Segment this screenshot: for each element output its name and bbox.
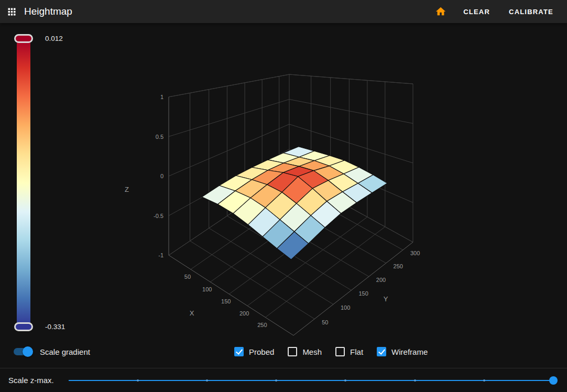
mesh-label: Mesh bbox=[302, 347, 322, 356]
svg-text:Y: Y bbox=[384, 295, 388, 303]
home-button[interactable] bbox=[430, 3, 452, 20]
svg-text:250: 250 bbox=[394, 263, 403, 269]
display-options: Probed Mesh Flat Wireframe bbox=[234, 344, 428, 359]
flat-checkbox-box[interactable] bbox=[335, 347, 345, 356]
probed-checkbox-box[interactable] bbox=[234, 347, 244, 356]
checkbox-wireframe[interactable]: Wireframe bbox=[377, 347, 428, 356]
svg-text:0: 0 bbox=[160, 173, 163, 179]
footer-bar: Scale z-max. bbox=[0, 368, 567, 392]
header-left: Heightmap bbox=[6, 6, 72, 17]
toggle-knob[interactable] bbox=[23, 346, 33, 357]
gradient-max-value: 0.012 bbox=[45, 35, 63, 42]
probed-label: Probed bbox=[249, 347, 274, 356]
svg-text:-0.5: -0.5 bbox=[154, 213, 163, 219]
clear-button[interactable]: CLEAR bbox=[456, 3, 497, 20]
mesh-checkbox-box[interactable] bbox=[288, 347, 297, 356]
svg-text:250: 250 bbox=[257, 322, 267, 328]
scale-gradient-toggle[interactable]: Scale gradient bbox=[14, 344, 90, 359]
gradient-colorbar[interactable] bbox=[17, 39, 30, 327]
heightmap-3d-plot[interactable]: 10.50-0.5-150100150200250501001502002503… bbox=[94, 58, 440, 356]
scale-zmax-label: Scale z-max. bbox=[8, 376, 54, 385]
scale-zmax-slider[interactable] bbox=[69, 380, 553, 381]
svg-text:150: 150 bbox=[358, 290, 368, 297]
svg-text:300: 300 bbox=[410, 250, 420, 256]
header-actions: CLEAR CALIBRATE bbox=[430, 3, 561, 20]
svg-text:0.5: 0.5 bbox=[156, 134, 163, 140]
gradient-min-handle[interactable] bbox=[14, 322, 33, 331]
slider-tick bbox=[414, 379, 416, 382]
svg-text:200: 200 bbox=[376, 277, 386, 283]
slider-thumb[interactable] bbox=[549, 376, 558, 385]
svg-text:100: 100 bbox=[202, 286, 212, 292]
flat-label: Flat bbox=[350, 347, 363, 356]
app-header: Heightmap CLEAR CALIBRATE bbox=[0, 0, 567, 23]
wireframe-label: Wireframe bbox=[391, 347, 428, 356]
svg-text:X: X bbox=[190, 309, 194, 317]
slider-tick bbox=[275, 379, 277, 382]
checkbox-flat[interactable]: Flat bbox=[335, 347, 363, 356]
svg-text:-1: -1 bbox=[158, 252, 163, 258]
svg-text:50: 50 bbox=[184, 274, 191, 280]
svg-text:200: 200 bbox=[239, 310, 249, 317]
wireframe-checkbox-box[interactable] bbox=[377, 347, 386, 356]
svg-text:Z: Z bbox=[125, 186, 129, 193]
svg-text:50: 50 bbox=[322, 319, 328, 325]
checkbox-mesh[interactable]: Mesh bbox=[288, 347, 322, 356]
slider-tick bbox=[483, 379, 485, 382]
heightmap-app: Heightmap CLEAR CALIBRATE 0.012 -0.331 1… bbox=[0, 0, 567, 392]
svg-text:100: 100 bbox=[341, 304, 350, 311]
gradient-max-handle[interactable] bbox=[14, 34, 33, 43]
calibrate-button[interactable]: CALIBRATE bbox=[501, 3, 561, 20]
page-title: Heightmap bbox=[24, 6, 72, 17]
svg-text:150: 150 bbox=[221, 298, 231, 304]
grid-icon bbox=[6, 6, 17, 17]
svg-text:1: 1 bbox=[160, 94, 163, 100]
slider-tick bbox=[206, 379, 208, 382]
gradient-min-value: -0.331 bbox=[45, 323, 65, 331]
toggle-label: Scale gradient bbox=[40, 347, 90, 356]
home-icon bbox=[435, 6, 446, 17]
toggle-track[interactable] bbox=[14, 348, 31, 355]
slider-tick bbox=[344, 379, 346, 382]
checkbox-probed[interactable]: Probed bbox=[234, 347, 274, 356]
main-content: 0.012 -0.331 10.50-0.5-15010015020025050… bbox=[0, 23, 567, 368]
slider-tick bbox=[137, 379, 139, 382]
